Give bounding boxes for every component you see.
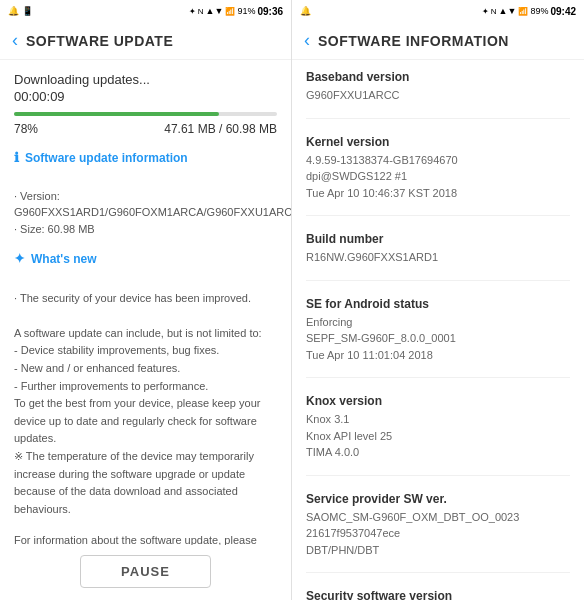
wifi-icon-right: ▲▼ bbox=[499, 6, 517, 16]
info-value-4: Knox 3.1 Knox API level 25 TIMA 4.0.0 bbox=[306, 411, 570, 461]
info-section-3: SE for Android statusEnforcing SEPF_SM-G… bbox=[306, 297, 570, 379]
time-left: 09:36 bbox=[257, 6, 283, 17]
notification-icon-right: 🔔 bbox=[300, 6, 311, 16]
back-button-left[interactable]: ‹ bbox=[12, 30, 18, 51]
progress-size: 47.61 MB / 60.98 MB bbox=[164, 122, 277, 136]
info-label-5: Service provider SW ver. bbox=[306, 492, 570, 506]
progress-bar-container bbox=[14, 112, 277, 116]
info-value-5: SAOMC_SM-G960F_OXM_DBT_OO_0023 21617f953… bbox=[306, 509, 570, 559]
update-info-label: Software update information bbox=[25, 151, 188, 165]
status-right-left-icons: 🔔 bbox=[300, 6, 311, 16]
progress-bar-fill bbox=[14, 112, 219, 116]
wifi-icon: ▲▼ bbox=[206, 6, 224, 16]
bluetooth-icon: ✦ bbox=[189, 7, 196, 16]
pause-button[interactable]: PAUSE bbox=[80, 555, 211, 588]
whats-new-label: What's new bbox=[31, 252, 97, 266]
right-header: ‹ SOFTWARE INFORMATION bbox=[292, 22, 584, 60]
info-label-4: Knox version bbox=[306, 394, 570, 408]
update-info-header: ℹ Software update information bbox=[14, 150, 277, 165]
info-label-2: Build number bbox=[306, 232, 570, 246]
left-panel: 🔔 📱 ✦ N ▲▼ 📶 91% 09:36 ‹ SOFTWARE UPDATE… bbox=[0, 0, 292, 600]
nfc-icon: N bbox=[198, 7, 204, 16]
right-content-area: Baseband versionG960FXXU1ARCCKernel vers… bbox=[292, 60, 584, 600]
update-info-body: · Version: G960FXXS1ARD1/G960FOXM1ARCA/G… bbox=[14, 171, 277, 237]
pause-button-container: PAUSE bbox=[0, 545, 291, 600]
info-section-6: Security software versionMDF v3.1 Releas… bbox=[306, 589, 570, 600]
info-value-1: 4.9.59-13138374-GB17694670 dpi@SWDGS122 … bbox=[306, 152, 570, 202]
info-section-4: Knox versionKnox 3.1 Knox API level 25 T… bbox=[306, 394, 570, 476]
for-info-text: For information about the software updat… bbox=[14, 532, 277, 545]
time-right: 09:42 bbox=[550, 6, 576, 17]
signal-icon: 📶 bbox=[225, 7, 235, 16]
info-section-5: Service provider SW ver.SAOMC_SM-G960F_O… bbox=[306, 492, 570, 574]
left-header: ‹ SOFTWARE UPDATE bbox=[0, 22, 291, 60]
status-right-info: ✦ N ▲▼ 📶 91% 09:36 bbox=[189, 6, 283, 17]
left-panel-title: SOFTWARE UPDATE bbox=[26, 33, 173, 49]
back-button-right[interactable]: ‹ bbox=[304, 30, 310, 51]
status-bar-right: 🔔 ✦ N ▲▼ 📶 89% 09:42 bbox=[292, 0, 584, 22]
info-value-3: Enforcing SEPF_SM-G960F_8.0.0_0001 Tue A… bbox=[306, 314, 570, 364]
whats-new-header: ✦ What's new bbox=[14, 251, 277, 266]
right-panel-title: SOFTWARE INFORMATION bbox=[318, 33, 509, 49]
left-content-area: Downloading updates... 00:00:09 78% 47.6… bbox=[0, 60, 291, 545]
download-time: 00:00:09 bbox=[14, 89, 277, 104]
right-panel: 🔔 ✦ N ▲▼ 📶 89% 09:42 ‹ SOFTWARE INFORMAT… bbox=[292, 0, 584, 600]
info-section-1: Kernel version4.9.59-13138374-GB17694670… bbox=[306, 135, 570, 217]
info-value-0: G960FXXU1ARCC bbox=[306, 87, 570, 104]
star-icon: ✦ bbox=[14, 251, 25, 266]
bluetooth-icon-right: ✦ bbox=[482, 7, 489, 16]
phone-icon: 📱 bbox=[22, 6, 33, 16]
status-left-icons: 🔔 📱 bbox=[8, 6, 33, 16]
progress-info: 78% 47.61 MB / 60.98 MB bbox=[14, 122, 277, 136]
notification-icon: 🔔 bbox=[8, 6, 19, 16]
info-label-0: Baseband version bbox=[306, 70, 570, 84]
info-value-2: R16NW.G960FXXS1ARD1 bbox=[306, 249, 570, 266]
nfc-icon-right: N bbox=[491, 7, 497, 16]
info-label-1: Kernel version bbox=[306, 135, 570, 149]
progress-percent: 78% bbox=[14, 122, 38, 136]
battery-left: 91% bbox=[237, 6, 255, 16]
signal-icon-right: 📶 bbox=[518, 7, 528, 16]
info-label-3: SE for Android status bbox=[306, 297, 570, 311]
whats-new-body: · The security of your device has been i… bbox=[14, 272, 277, 518]
info-label-6: Security software version bbox=[306, 589, 570, 600]
status-bar-left: 🔔 📱 ✦ N ▲▼ 📶 91% 09:36 bbox=[0, 0, 291, 22]
downloading-label: Downloading updates... bbox=[14, 72, 277, 87]
info-section-0: Baseband versionG960FXXU1ARCC bbox=[306, 70, 570, 119]
status-right-right-info: ✦ N ▲▼ 📶 89% 09:42 bbox=[482, 6, 576, 17]
info-icon: ℹ bbox=[14, 150, 19, 165]
battery-right: 89% bbox=[530, 6, 548, 16]
info-section-2: Build numberR16NW.G960FXXS1ARD1 bbox=[306, 232, 570, 281]
